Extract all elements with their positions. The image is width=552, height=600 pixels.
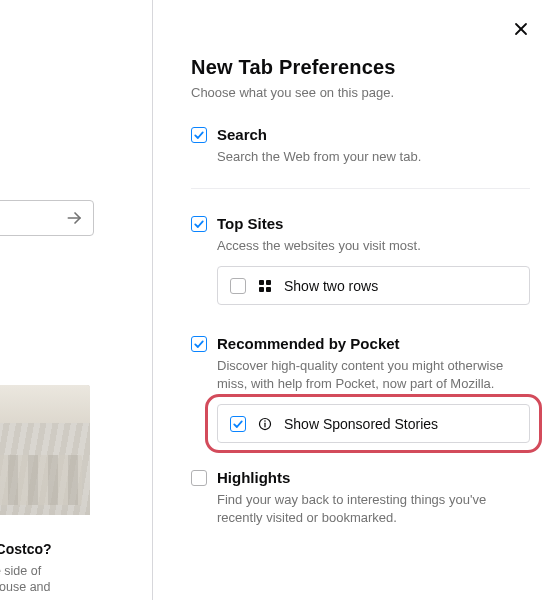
section-search: Search Search the Web from your new tab. [191, 126, 530, 166]
info-icon [258, 417, 272, 431]
article-description: one side of 's house and [0, 563, 90, 597]
topsites-checkbox[interactable] [191, 216, 207, 232]
svg-rect-5 [259, 287, 264, 292]
topsites-title: Top Sites [217, 215, 530, 233]
pocket-checkbox[interactable] [191, 336, 207, 352]
section-divider [191, 188, 530, 189]
panel-subtitle: Choose what you see on this page. [191, 85, 530, 100]
preferences-panel: New Tab Preferences Choose what you see … [153, 0, 552, 600]
search-bar[interactable] [0, 200, 94, 236]
pocket-desc: Discover high-quality content you might … [217, 357, 530, 392]
newtab-background: ill Costco? one side of 's house and [0, 0, 152, 600]
grid-icon [258, 279, 272, 293]
pocket-sponsored-checkbox[interactable] [230, 416, 246, 432]
highlights-desc: Find your way back to interesting things… [217, 491, 530, 526]
pocket-title: Recommended by Pocket [217, 335, 530, 353]
topsites-desc: Access the websites you visit most. [217, 237, 530, 255]
arrow-right-icon [65, 208, 85, 228]
highlights-checkbox[interactable] [191, 470, 207, 486]
section-pocket: Recommended by Pocket Discover high-qual… [191, 335, 530, 443]
topsites-tworows-checkbox[interactable] [230, 278, 246, 294]
pocket-sponsored-label: Show Sponsored Stories [284, 416, 438, 432]
pocket-sponsored-option[interactable]: Show Sponsored Stories [217, 404, 530, 443]
article-thumbnail[interactable] [0, 385, 90, 515]
close-button[interactable] [510, 18, 532, 40]
search-title: Search [217, 126, 530, 144]
svg-rect-6 [266, 287, 271, 292]
search-checkbox[interactable] [191, 127, 207, 143]
topsites-tworows-label: Show two rows [284, 278, 378, 294]
close-icon [514, 22, 528, 36]
svg-point-9 [264, 420, 266, 422]
section-topsites: Top Sites Access the websites you visit … [191, 215, 530, 306]
article-card-text[interactable]: ill Costco? one side of 's house and [0, 541, 90, 596]
svg-rect-3 [259, 280, 264, 285]
topsites-tworows-option[interactable]: Show two rows [217, 266, 530, 305]
article-title: ill Costco? [0, 541, 90, 559]
svg-rect-4 [266, 280, 271, 285]
search-desc: Search the Web from your new tab. [217, 148, 530, 166]
highlights-title: Highlights [217, 469, 530, 487]
section-highlights: Highlights Find your way back to interes… [191, 469, 530, 526]
panel-title: New Tab Preferences [191, 0, 530, 79]
